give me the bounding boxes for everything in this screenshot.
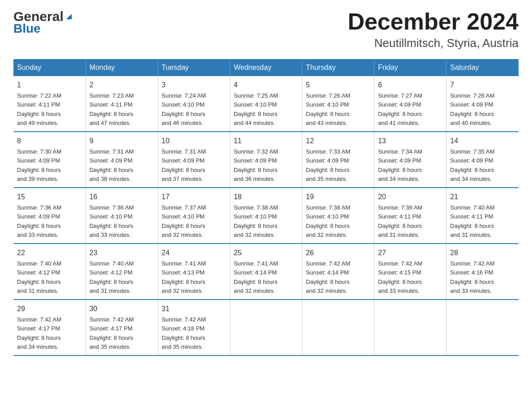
calendar-cell: 14 Sunrise: 7:35 AMSunset: 4:09 PMDaylig… <box>446 132 519 188</box>
day-number: 24 <box>162 248 226 258</box>
calendar-cell <box>374 300 446 355</box>
day-number: 18 <box>234 192 298 202</box>
logo-triangle-icon <box>64 11 73 20</box>
logo: General Blue <box>13 9 73 36</box>
header-tuesday: Tuesday <box>158 59 230 76</box>
calendar-cell: 22 Sunrise: 7:40 AMSunset: 4:12 PMDaylig… <box>13 244 86 300</box>
week-row-3: 15 Sunrise: 7:36 AMSunset: 4:09 PMDaylig… <box>13 188 519 244</box>
day-number: 29 <box>17 304 82 314</box>
day-number: 16 <box>90 192 154 202</box>
calendar-cell: 3 Sunrise: 7:24 AMSunset: 4:10 PMDayligh… <box>158 76 230 132</box>
calendar-cell: 17 Sunrise: 7:37 AMSunset: 4:10 PMDaylig… <box>158 188 230 244</box>
calendar-cell: 8 Sunrise: 7:30 AMSunset: 4:09 PMDayligh… <box>13 132 86 188</box>
calendar-cell: 5 Sunrise: 7:26 AMSunset: 4:10 PMDayligh… <box>302 76 374 132</box>
day-info: Sunrise: 7:42 AMSunset: 4:18 PMDaylight:… <box>162 316 206 350</box>
day-info: Sunrise: 7:37 AMSunset: 4:10 PMDaylight:… <box>162 204 206 238</box>
day-number: 15 <box>17 192 82 202</box>
day-info: Sunrise: 7:26 AMSunset: 4:10 PMDaylight:… <box>306 92 350 126</box>
calendar-cell: 9 Sunrise: 7:31 AMSunset: 4:09 PMDayligh… <box>86 132 158 188</box>
header-wednesday: Wednesday <box>230 59 302 76</box>
day-number: 12 <box>306 136 370 146</box>
calendar-cell: 19 Sunrise: 7:38 AMSunset: 4:10 PMDaylig… <box>302 188 374 244</box>
calendar-subtitle: Neutillmitsch, Styria, Austria <box>348 36 519 50</box>
day-number: 14 <box>450 136 515 146</box>
day-info: Sunrise: 7:36 AMSunset: 4:10 PMDaylight:… <box>90 204 134 238</box>
day-number: 25 <box>234 248 298 258</box>
day-info: Sunrise: 7:42 AMSunset: 4:17 PMDaylight:… <box>90 316 134 350</box>
day-info: Sunrise: 7:28 AMSunset: 4:09 PMDaylight:… <box>450 92 494 126</box>
day-info: Sunrise: 7:30 AMSunset: 4:09 PMDaylight:… <box>17 148 61 182</box>
day-info: Sunrise: 7:23 AMSunset: 4:11 PMDaylight:… <box>90 92 134 126</box>
page-header: General Blue December 2024 Neutillmitsch… <box>13 9 519 50</box>
calendar-cell: 12 Sunrise: 7:33 AMSunset: 4:09 PMDaylig… <box>302 132 374 188</box>
calendar-cell: 15 Sunrise: 7:36 AMSunset: 4:09 PMDaylig… <box>13 188 86 244</box>
calendar-header-row: SundayMondayTuesdayWednesdayThursdayFrid… <box>13 59 519 76</box>
day-number: 11 <box>234 136 298 146</box>
day-info: Sunrise: 7:42 AMSunset: 4:16 PMDaylight:… <box>450 260 494 294</box>
day-info: Sunrise: 7:35 AMSunset: 4:09 PMDaylight:… <box>450 148 494 182</box>
day-number: 13 <box>378 136 442 146</box>
day-info: Sunrise: 7:33 AMSunset: 4:09 PMDaylight:… <box>306 148 350 182</box>
logo-blue: Blue <box>13 21 41 36</box>
day-info: Sunrise: 7:31 AMSunset: 4:09 PMDaylight:… <box>162 148 206 182</box>
day-number: 20 <box>378 192 442 202</box>
calendar-cell: 21 Sunrise: 7:40 AMSunset: 4:11 PMDaylig… <box>446 188 519 244</box>
day-number: 30 <box>90 304 154 314</box>
day-number: 6 <box>378 80 442 90</box>
calendar-cell: 10 Sunrise: 7:31 AMSunset: 4:09 PMDaylig… <box>158 132 230 188</box>
day-number: 7 <box>450 80 515 90</box>
calendar-cell: 31 Sunrise: 7:42 AMSunset: 4:18 PMDaylig… <box>158 300 230 355</box>
day-info: Sunrise: 7:22 AMSunset: 4:11 PMDaylight:… <box>17 92 61 126</box>
day-info: Sunrise: 7:38 AMSunset: 4:10 PMDaylight:… <box>234 204 278 238</box>
day-info: Sunrise: 7:34 AMSunset: 4:09 PMDaylight:… <box>378 148 422 182</box>
calendar-cell: 4 Sunrise: 7:25 AMSunset: 4:10 PMDayligh… <box>230 76 302 132</box>
calendar-cell: 25 Sunrise: 7:41 AMSunset: 4:14 PMDaylig… <box>230 244 302 300</box>
calendar-cell: 27 Sunrise: 7:42 AMSunset: 4:15 PMDaylig… <box>374 244 446 300</box>
calendar-cell: 2 Sunrise: 7:23 AMSunset: 4:11 PMDayligh… <box>86 76 158 132</box>
day-info: Sunrise: 7:25 AMSunset: 4:10 PMDaylight:… <box>234 92 278 126</box>
calendar-cell: 24 Sunrise: 7:41 AMSunset: 4:13 PMDaylig… <box>158 244 230 300</box>
calendar-cell <box>446 300 519 355</box>
week-row-4: 22 Sunrise: 7:40 AMSunset: 4:12 PMDaylig… <box>13 244 519 300</box>
day-number: 9 <box>90 136 154 146</box>
day-number: 31 <box>162 304 226 314</box>
calendar-cell: 20 Sunrise: 7:39 AMSunset: 4:11 PMDaylig… <box>374 188 446 244</box>
day-number: 26 <box>306 248 370 258</box>
day-info: Sunrise: 7:40 AMSunset: 4:12 PMDaylight:… <box>17 260 61 294</box>
calendar-cell: 26 Sunrise: 7:42 AMSunset: 4:14 PMDaylig… <box>302 244 374 300</box>
calendar-cell: 16 Sunrise: 7:36 AMSunset: 4:10 PMDaylig… <box>86 188 158 244</box>
week-row-5: 29 Sunrise: 7:42 AMSunset: 4:17 PMDaylig… <box>13 300 519 355</box>
day-number: 2 <box>90 80 154 90</box>
calendar-title: December 2024 <box>348 9 519 34</box>
header-friday: Friday <box>374 59 446 76</box>
header-monday: Monday <box>86 59 158 76</box>
day-info: Sunrise: 7:31 AMSunset: 4:09 PMDaylight:… <box>90 148 134 182</box>
header-saturday: Saturday <box>446 59 519 76</box>
calendar-cell <box>302 300 374 355</box>
week-row-2: 8 Sunrise: 7:30 AMSunset: 4:09 PMDayligh… <box>13 132 519 188</box>
day-info: Sunrise: 7:36 AMSunset: 4:09 PMDaylight:… <box>17 204 61 238</box>
calendar-cell: 13 Sunrise: 7:34 AMSunset: 4:09 PMDaylig… <box>374 132 446 188</box>
day-number: 4 <box>234 80 298 90</box>
day-info: Sunrise: 7:39 AMSunset: 4:11 PMDaylight:… <box>378 204 422 238</box>
day-number: 10 <box>162 136 226 146</box>
day-number: 3 <box>162 80 226 90</box>
day-number: 28 <box>450 248 515 258</box>
day-info: Sunrise: 7:32 AMSunset: 4:09 PMDaylight:… <box>234 148 278 182</box>
day-info: Sunrise: 7:40 AMSunset: 4:11 PMDaylight:… <box>450 204 494 238</box>
day-number: 19 <box>306 192 370 202</box>
calendar-cell: 6 Sunrise: 7:27 AMSunset: 4:09 PMDayligh… <box>374 76 446 132</box>
day-number: 8 <box>17 136 82 146</box>
day-number: 5 <box>306 80 370 90</box>
day-info: Sunrise: 7:42 AMSunset: 4:17 PMDaylight:… <box>17 316 61 350</box>
week-row-1: 1 Sunrise: 7:22 AMSunset: 4:11 PMDayligh… <box>13 76 519 132</box>
day-info: Sunrise: 7:41 AMSunset: 4:14 PMDaylight:… <box>234 260 278 294</box>
calendar-cell: 7 Sunrise: 7:28 AMSunset: 4:09 PMDayligh… <box>446 76 519 132</box>
calendar-cell: 23 Sunrise: 7:40 AMSunset: 4:12 PMDaylig… <box>86 244 158 300</box>
calendar-cell: 11 Sunrise: 7:32 AMSunset: 4:09 PMDaylig… <box>230 132 302 188</box>
calendar-cell: 30 Sunrise: 7:42 AMSunset: 4:17 PMDaylig… <box>86 300 158 355</box>
day-number: 17 <box>162 192 226 202</box>
day-info: Sunrise: 7:27 AMSunset: 4:09 PMDaylight:… <box>378 92 422 126</box>
header-sunday: Sunday <box>13 59 86 76</box>
day-number: 22 <box>17 248 82 258</box>
